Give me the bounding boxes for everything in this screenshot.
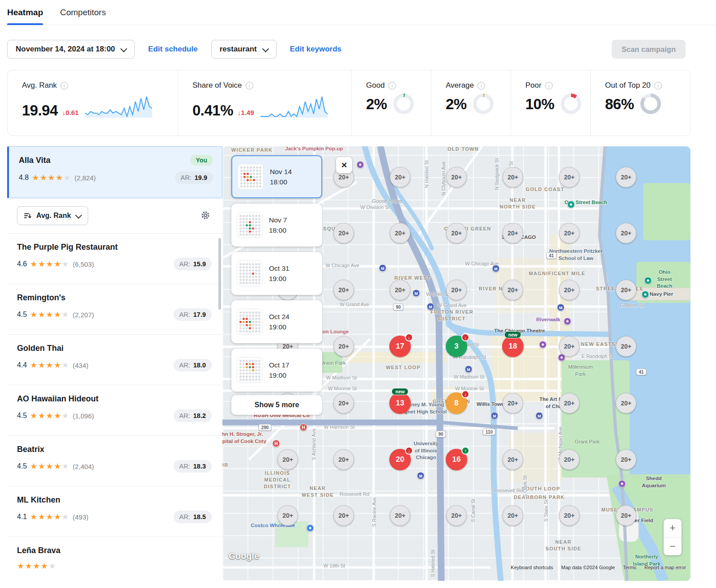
review-count: (6,503) (72, 260, 94, 268)
scan-history-item[interactable]: Oct 3119:00 (231, 252, 322, 295)
info-icon[interactable] (60, 82, 68, 89)
list-item[interactable]: The Purple Pig Restaurant4.6★★★★★(6,503)… (7, 234, 222, 284)
close-icon[interactable] (336, 157, 352, 173)
map-pin[interactable]: 20+ (446, 280, 467, 300)
map-pin[interactable]: 17↓ (389, 336, 411, 357)
map-pin[interactable]: 20+ (559, 223, 580, 243)
map-pin[interactable]: 20+ (559, 393, 580, 413)
map-pin[interactable]: 8↓ (446, 392, 467, 414)
map-pin[interactable]: 18new (502, 336, 524, 357)
keyboard-shortcuts-link[interactable]: Keyboard shortcuts (511, 565, 553, 570)
map-pin[interactable]: 20+ (390, 280, 410, 300)
map-pin[interactable]: 20+ (559, 505, 580, 526)
map-pin[interactable]: 20+ (503, 449, 523, 470)
star-icon: ★ (54, 310, 62, 319)
map[interactable]: WICKER PARKOLD TOWNNOBLE SQUARECABRINI G… (222, 146, 690, 581)
your-business-card[interactable]: Alla Vita You 4.8 ★★★★★ (2,824) AR: 19.9 (7, 146, 222, 198)
sort-dropdown[interactable]: Avg. Rank (17, 206, 88, 225)
map-pin[interactable]: 20↓ (389, 449, 411, 470)
metric-value: 86% (605, 97, 634, 111)
map-pin[interactable]: 16↑ (446, 449, 467, 470)
map-pin[interactable]: 20+ (390, 505, 410, 526)
map-pin[interactable]: 20+ (333, 280, 354, 300)
edit-schedule-link[interactable]: Edit schedule (148, 45, 198, 54)
map-pin[interactable]: 20+ (277, 449, 298, 470)
edit-keywords-link[interactable]: Edit keywords (290, 45, 341, 54)
map-pin[interactable]: 20+ (616, 280, 636, 300)
map-pin[interactable]: 20+ (390, 223, 410, 243)
list-item[interactable]: AO Hawaiian Hideout4.5★★★★★(1,096)AR:18.… (7, 385, 222, 436)
star-icon: ★ (30, 512, 38, 521)
zoom-out-button[interactable]: − (664, 537, 682, 555)
map-pin[interactable]: 20+ (333, 393, 354, 413)
review-count: (2,404) (72, 463, 94, 470)
map-pin[interactable]: 20+ (559, 449, 580, 470)
map-pin[interactable]: 3↓ (446, 336, 467, 357)
map-pin[interactable]: 20+ (390, 167, 410, 187)
scan-history-item[interactable]: Oct 2419:00 (231, 300, 322, 343)
tab-heatmap[interactable]: Heatmap (7, 0, 43, 25)
star-icon: ★ (46, 361, 54, 370)
list-item[interactable]: Golden Thai4.4★★★★★(434)AR:18.0 (7, 335, 222, 385)
info-icon[interactable] (388, 82, 396, 89)
share-of-voice-sparkline (260, 94, 328, 118)
map-pin[interactable]: 20+ (503, 167, 523, 187)
map-pin[interactable]: 20+ (333, 223, 354, 243)
list-settings-button[interactable] (199, 209, 212, 223)
map-pin[interactable]: 20+ (333, 505, 354, 526)
map-pin[interactable]: 20+ (446, 505, 467, 526)
list-item[interactable]: Leña Brava★★★★★ (7, 537, 222, 581)
map-pin[interactable]: 20+ (503, 393, 523, 413)
info-icon[interactable] (545, 82, 553, 89)
map-pin[interactable]: 20+ (503, 505, 523, 526)
scan-history-item[interactable]: Oct 1719:00 (231, 349, 322, 392)
map-pin[interactable]: 20+ (559, 280, 580, 300)
map-pin[interactable]: 20+ (616, 393, 636, 413)
toolbar: November 14, 2024 at 18:00 Edit schedule… (7, 39, 686, 59)
show-more-scans-button[interactable]: Show 5 more (231, 395, 322, 415)
map-pin[interactable]: 20+ (446, 167, 467, 187)
zoom-in-button[interactable]: + (664, 519, 682, 537)
info-icon[interactable] (654, 82, 662, 89)
map-pin[interactable]: 20+ (616, 167, 636, 187)
scan-time: 18:00 (269, 225, 287, 235)
keyword-selector-value: restaurant (220, 45, 257, 54)
info-icon[interactable] (477, 82, 485, 89)
map-pin[interactable]: 20+ (503, 280, 523, 300)
date-selector[interactable]: November 14, 2024 at 18:00 (7, 40, 135, 59)
tab-competitors[interactable]: Competitors (60, 0, 106, 25)
map-pin[interactable]: 20+ (616, 336, 636, 357)
map-pin[interactable]: 20+ (503, 223, 523, 243)
report-map-error-link[interactable]: Report a map error (644, 565, 686, 570)
map-pin[interactable]: 13new (389, 392, 411, 414)
map-pin[interactable]: 20+ (559, 167, 580, 187)
star-icon: ★ (62, 310, 70, 319)
map-pin[interactable]: 20+ (333, 449, 354, 470)
avg-rank-sparkline (85, 94, 152, 118)
scan-date: Nov 7 (269, 215, 287, 225)
star-icon: ★ (46, 260, 54, 268)
scan-history-item[interactable]: Nov 1418:00 (231, 155, 322, 198)
map-pin[interactable]: 20+ (277, 505, 298, 526)
star-icon: ★ (46, 462, 54, 471)
keyword-selector[interactable]: restaurant (211, 40, 277, 59)
map-pin[interactable]: 20+ (616, 223, 636, 243)
avg-rank-badge-label: AR: (179, 260, 190, 268)
list-item[interactable]: ML Kitchen4.1★★★★★(493)AR:18.5 (7, 486, 222, 537)
scan-campaign-button[interactable]: Scan campaign (612, 40, 686, 59)
list-scrollbar[interactable] (218, 238, 221, 310)
map-data-text: Map data ©2024 Google (561, 565, 615, 570)
list-item[interactable]: Beatrix4.5★★★★★(2,404)AR:18.3 (7, 436, 222, 486)
map-pin[interactable]: 20+ (616, 449, 636, 470)
terms-link[interactable]: Terms (623, 565, 636, 570)
map-pin[interactable]: 20+ (446, 223, 467, 243)
scan-history-item[interactable]: Nov 718:00 (231, 204, 322, 247)
map-pin[interactable]: 20+ (333, 336, 354, 357)
map-pin[interactable]: 20+ (616, 505, 636, 526)
chevron-down-icon (75, 212, 82, 219)
map-pin[interactable]: 20+ (559, 336, 580, 357)
info-icon[interactable] (246, 82, 253, 89)
business-rating: 4.4★★★★★(434) (17, 360, 88, 370)
list-item[interactable]: Remington's4.5★★★★★(2,207)AR:17.9 (7, 284, 222, 335)
list-controls: Avg. Rank (7, 198, 222, 234)
